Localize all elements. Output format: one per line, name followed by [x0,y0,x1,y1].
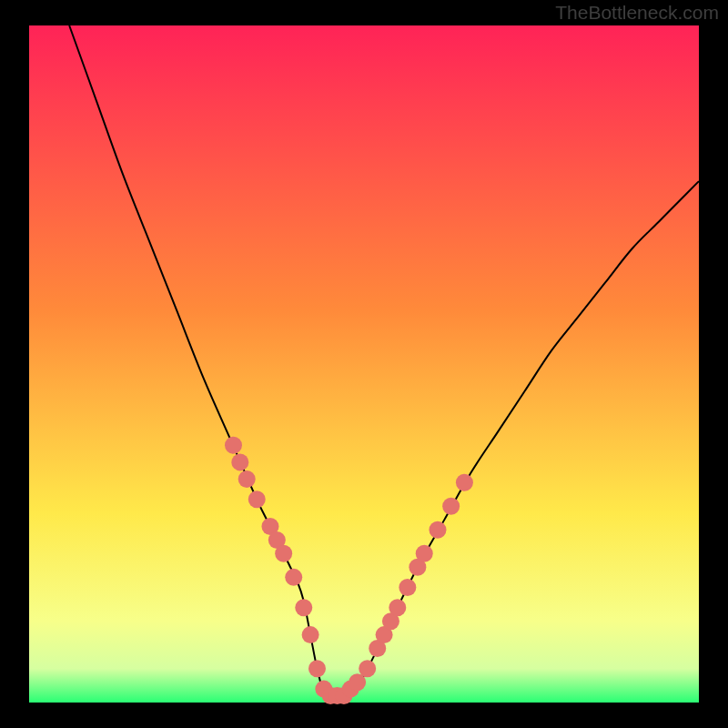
data-marker [389,599,406,616]
plot-area [29,25,699,703]
data-marker [416,545,433,562]
data-marker [429,521,446,539]
chart-container: TheBottleneck.com [0,0,728,728]
data-marker [248,490,266,508]
data-marker [359,660,376,677]
chart-svg [0,0,728,728]
watermark-text: TheBottleneck.com [555,2,719,24]
data-marker [231,453,248,470]
data-marker [456,474,473,491]
data-marker [399,579,416,596]
data-marker [295,599,312,616]
data-marker [308,660,326,677]
data-marker [285,569,302,586]
data-marker [225,437,242,454]
data-marker [302,626,319,643]
data-marker [275,545,292,562]
data-marker [238,470,256,488]
data-marker [442,498,460,515]
